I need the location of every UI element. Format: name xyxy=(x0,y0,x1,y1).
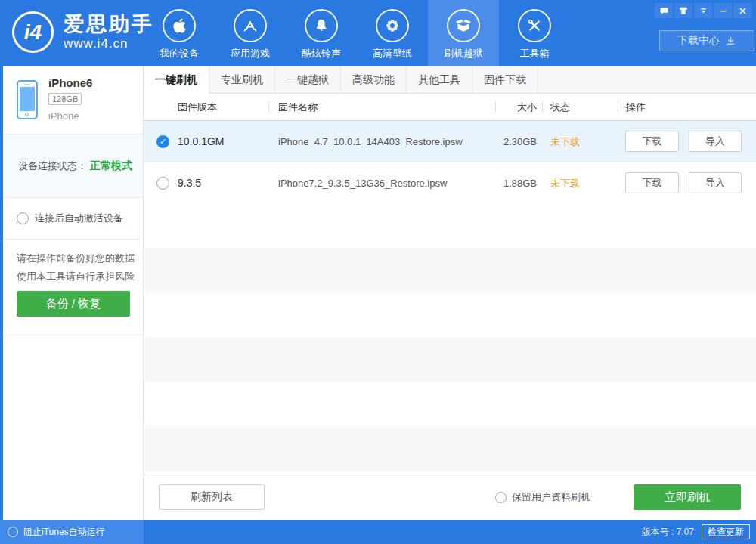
empty-list-area xyxy=(144,204,756,474)
tab-one-key-jailbreak[interactable]: 一键越狱 xyxy=(275,66,341,93)
header: i4 爱思助手 www.i4.cn 我的设备 应用游戏 xyxy=(0,0,756,66)
minimize-icon xyxy=(718,6,728,16)
nav-item-flash-jailbreak[interactable]: 刷机越狱 xyxy=(428,0,499,66)
download-center-label: 下载中心 xyxy=(677,34,720,48)
device-status-value: 正常模式 xyxy=(90,159,132,173)
flash-now-button[interactable]: 立即刷机 xyxy=(634,484,741,510)
col-firmware-version: 固件版本 xyxy=(178,94,217,120)
minimize-button[interactable] xyxy=(714,3,732,18)
firmware-size: 2.30GB xyxy=(503,121,537,162)
logo-mark: i4 xyxy=(12,11,54,53)
col-firmware-name: 固件名称 xyxy=(278,94,318,120)
package-icon xyxy=(447,9,480,42)
close-icon xyxy=(738,6,748,16)
tab-advanced-functions[interactable]: 高级功能 xyxy=(341,66,407,93)
nav-label: 工具箱 xyxy=(520,47,550,60)
keep-user-data-label: 保留用户资料刷机 xyxy=(512,490,590,504)
apple-icon xyxy=(163,9,196,42)
device-status-row: 设备连接状态： 正常模式 xyxy=(3,134,143,198)
firmware-version: 9.3.5 xyxy=(178,162,201,204)
feedback-button[interactable] xyxy=(655,3,673,18)
warning-line-1: 请在操作前备份好您的数据 xyxy=(17,249,143,267)
app-title: 爱思助手 xyxy=(64,13,154,36)
flower-icon xyxy=(376,9,409,42)
nav-label: 应用游戏 xyxy=(231,47,270,60)
auto-activate-label: 连接后自动激活设备 xyxy=(35,212,123,225)
firmware-name: iPhone_4.7_10.0.1_14A403_Restore.ipsw xyxy=(278,121,463,162)
col-status: 状态 xyxy=(550,94,570,120)
tab-firmware-download[interactable]: 固件下载 xyxy=(472,66,538,93)
nav-item-wallpapers[interactable]: 高清壁纸 xyxy=(357,0,428,66)
window-controls xyxy=(655,3,751,18)
appstore-icon xyxy=(234,9,267,42)
sidebar: iPhone6 128GB iPhone 设备连接状态： 正常模式 连接后自动激… xyxy=(0,66,144,520)
firmware-radio[interactable] xyxy=(156,177,169,190)
backup-restore-button[interactable]: 备份 / 恢复 xyxy=(17,291,130,317)
tab-other-tools[interactable]: 其他工具 xyxy=(407,66,472,93)
table-header: 固件版本 固件名称 大小 状态 操作 xyxy=(144,94,756,121)
device-status-label: 设备连接状态： xyxy=(18,159,87,173)
skin-button[interactable] xyxy=(674,3,692,18)
import-button[interactable]: 导入 xyxy=(689,172,742,193)
check-update-button[interactable]: 检查更新 xyxy=(702,524,750,539)
tools-icon xyxy=(518,9,551,42)
auto-activate-radio[interactable] xyxy=(17,212,29,224)
download-icon xyxy=(725,36,736,47)
firmware-size: 1.88GB xyxy=(503,162,537,204)
tab-one-key-flash[interactable]: 一键刷机 xyxy=(144,66,209,94)
speech-bubble-icon xyxy=(659,6,669,16)
app-logo: i4 爱思助手 www.i4.cn xyxy=(12,11,154,53)
nav-item-toolbox[interactable]: 工具箱 xyxy=(499,0,570,66)
nav-label: 我的设备 xyxy=(160,47,199,60)
footer: 阻止iTunes自动运行 版本号 : 7.07 检查更新 xyxy=(0,520,756,544)
bottom-action-bar: 刷新列表 保留用户资料刷机 立即刷机 xyxy=(144,474,756,520)
nav-label: 刷机越狱 xyxy=(444,47,483,60)
dropdown-button[interactable] xyxy=(694,3,712,18)
block-itunes-option: 阻止iTunes自动运行 xyxy=(0,520,144,544)
firmware-row[interactable]: 10.0.1GM iPhone_4.7_10.0.1_14A403_Restor… xyxy=(144,121,756,162)
nav-label: 酷炫铃声 xyxy=(302,47,341,60)
main-panel: 一键刷机 专业刷机 一键越狱 高级功能 其他工具 固件下载 固件版本 固件名称 … xyxy=(144,66,756,520)
status-badge: 未下载 xyxy=(550,162,580,204)
col-size: 大小 xyxy=(517,94,537,120)
nav-item-my-devices[interactable]: 我的设备 xyxy=(144,0,215,66)
device-card: iPhone6 128GB iPhone xyxy=(3,66,143,134)
firmware-name: iPhone7,2_9.3.5_13G36_Restore.ipsw xyxy=(278,162,447,204)
warning-line-2: 使用本工具请自行承担风险 xyxy=(17,267,143,286)
device-model: iPhone xyxy=(48,110,79,122)
keep-user-data-radio[interactable] xyxy=(495,492,507,503)
download-button[interactable]: 下载 xyxy=(625,131,679,152)
tshirt-icon xyxy=(678,5,689,16)
tab-pro-flash[interactable]: 专业刷机 xyxy=(209,66,275,93)
keep-user-data-option: 保留用户资料刷机 xyxy=(495,474,590,520)
bell-icon xyxy=(305,9,338,42)
iphone-icon xyxy=(17,80,38,119)
warning-panel: 请在操作前备份好您的数据 使用本工具请自行承担风险 备份 / 恢复 xyxy=(3,240,143,335)
firmware-row[interactable]: 9.3.5 iPhone7,2_9.3.5_13G36_Restore.ipsw… xyxy=(144,162,756,204)
dropdown-icon xyxy=(699,6,708,16)
version-text: 版本号 : 7.07 xyxy=(642,520,694,544)
block-itunes-label: 阻止iTunes自动运行 xyxy=(23,526,105,539)
col-operation: 操作 xyxy=(626,94,646,120)
device-capacity-badge: 128GB xyxy=(48,93,82,105)
nav-item-apps-games[interactable]: 应用游戏 xyxy=(215,0,286,66)
device-name: iPhone6 xyxy=(48,76,92,89)
refresh-list-button[interactable]: 刷新列表 xyxy=(159,484,265,510)
app-url: www.i4.cn xyxy=(64,36,154,51)
download-button[interactable]: 下载 xyxy=(625,172,679,193)
auto-activate-row: 连接后自动激活设备 xyxy=(3,198,143,240)
firmware-radio[interactable] xyxy=(156,135,169,148)
close-button[interactable] xyxy=(733,3,751,18)
tab-bar: 一键刷机 专业刷机 一键越狱 高级功能 其他工具 固件下载 xyxy=(144,66,756,94)
download-center-button[interactable]: 下载中心 xyxy=(659,30,754,51)
nav-item-ringtones[interactable]: 酷炫铃声 xyxy=(286,0,357,66)
main-nav: 我的设备 应用游戏 酷炫铃声 高清壁纸 xyxy=(144,0,570,66)
status-badge: 未下载 xyxy=(550,121,580,162)
import-button[interactable]: 导入 xyxy=(689,131,742,152)
block-itunes-radio[interactable] xyxy=(8,527,18,537)
nav-label: 高清壁纸 xyxy=(373,47,412,60)
firmware-version: 10.0.1GM xyxy=(178,121,224,162)
